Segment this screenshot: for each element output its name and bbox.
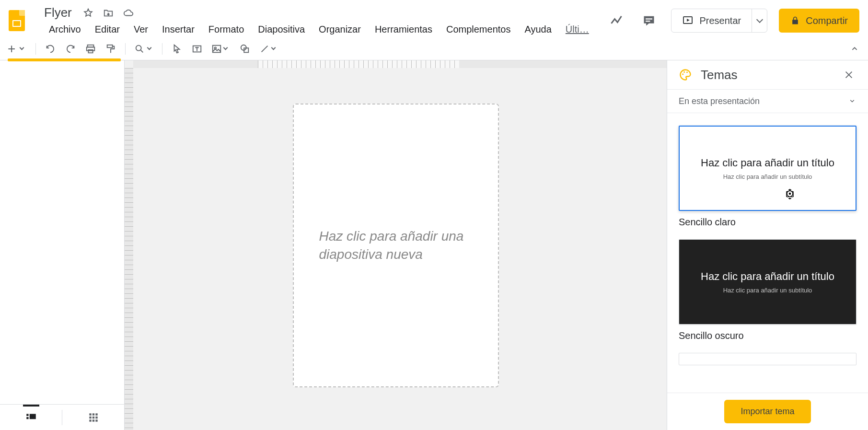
filmstrip-view-button[interactable] (0, 405, 62, 430)
star-icon[interactable] (82, 7, 94, 19)
last-edit-link[interactable]: Últi… (559, 22, 596, 37)
svg-line-13 (262, 46, 268, 52)
svg-rect-6 (107, 45, 113, 47)
svg-rect-18 (92, 413, 94, 415)
image-tool[interactable] (208, 40, 233, 58)
horizontal-ruler (133, 60, 667, 68)
cloud-status-icon[interactable] (123, 7, 134, 19)
canvas[interactable]: Haz clic para añadir una diapositiva nue… (125, 60, 667, 430)
move-folder-icon[interactable] (103, 7, 114, 19)
themes-sidebar: Temas En esta presentación Haz clic para… (667, 60, 868, 430)
print-button[interactable] (82, 40, 99, 58)
title-column: Flyer Archivo Editar Ver Insertar Format… (42, 4, 596, 37)
theme-card-dark[interactable]: Haz clic para añadir un título Haz clic … (679, 239, 856, 325)
app-header: Flyer Archivo Editar Ver Insertar Format… (0, 0, 868, 37)
undo-button[interactable] (42, 40, 59, 58)
close-themes-button[interactable] (841, 67, 856, 82)
present-dropdown[interactable] (752, 9, 767, 32)
grid-view-button[interactable] (62, 405, 124, 430)
svg-rect-25 (95, 419, 97, 421)
svg-rect-24 (92, 419, 94, 421)
theme-label-dark: Sencillo oscuro (679, 330, 856, 341)
svg-rect-1 (646, 21, 650, 22)
share-label: Compartir (806, 15, 848, 26)
theme-card-title: Haz clic para añadir un título (701, 270, 834, 283)
svg-rect-14 (26, 414, 28, 416)
add-slide-placeholder[interactable]: Haz clic para añadir una diapositiva nue… (293, 104, 499, 387)
filmstrip (0, 60, 125, 430)
svg-rect-15 (26, 417, 28, 418)
svg-rect-9 (213, 45, 221, 52)
themes-title: Temas (701, 68, 738, 82)
activity-icon[interactable] (606, 10, 627, 31)
add-slide-text: Haz clic para añadir una diapositiva nue… (319, 227, 473, 264)
menu-edit[interactable]: Editar (88, 22, 127, 37)
view-switcher (0, 404, 124, 430)
theme-card-subtitle: Haz clic para añadir un subtítulo (723, 287, 812, 294)
present-button-group: Presentar (671, 9, 767, 33)
theme-card-light[interactable]: Haz clic para añadir un título Haz clic … (679, 126, 856, 211)
svg-rect-22 (95, 416, 97, 418)
svg-rect-17 (89, 413, 91, 415)
menu-insert[interactable]: Insertar (155, 22, 201, 37)
vertical-ruler (125, 68, 133, 430)
share-button[interactable]: Compartir (779, 9, 859, 33)
present-label: Presentar (699, 15, 741, 26)
header-actions: Presentar Compartir (606, 9, 859, 33)
themes-list[interactable]: Haz clic para añadir un título Haz clic … (667, 113, 868, 393)
select-tool[interactable] (168, 40, 185, 58)
menu-arrange[interactable]: Organizar (312, 22, 368, 37)
svg-rect-20 (89, 416, 91, 418)
collapse-toolbar-button[interactable] (846, 40, 863, 58)
themes-in-presentation-row[interactable]: En esta presentación (667, 89, 868, 113)
selected-thumbnail-indicator (8, 58, 121, 61)
menu-help[interactable]: Ayuda (518, 22, 558, 37)
menu-addons[interactable]: Complementos (440, 22, 518, 37)
themes-row-label: En esta presentación (679, 96, 760, 106)
svg-point-7 (136, 45, 141, 50)
paint-format-button[interactable] (102, 40, 119, 58)
new-slide-button[interactable]: + (5, 40, 30, 58)
menu-format[interactable]: Formato (202, 22, 251, 37)
theme-label-light: Sencillo claro (679, 217, 856, 228)
textbox-tool[interactable] (188, 40, 206, 58)
present-button[interactable]: Presentar (671, 9, 752, 32)
menu-bar: Archivo Editar Ver Insertar Formato Diap… (42, 22, 596, 37)
menu-tools[interactable]: Herramientas (368, 22, 439, 37)
shape-tool[interactable] (236, 40, 254, 58)
menu-file[interactable]: Archivo (42, 22, 88, 37)
menu-view[interactable]: Ver (127, 22, 155, 37)
comments-icon[interactable] (638, 10, 660, 31)
svg-point-26 (682, 73, 683, 75)
svg-rect-21 (92, 416, 94, 418)
svg-rect-16 (29, 414, 35, 419)
menu-slide[interactable]: Diapositiva (251, 22, 312, 37)
import-theme-button[interactable]: Importar tema (724, 400, 810, 423)
theme-card-subtitle: Haz clic para añadir un subtítulo (723, 173, 812, 180)
redo-button[interactable] (62, 40, 79, 58)
toolbar: + (0, 37, 868, 60)
svg-rect-0 (646, 18, 652, 19)
theme-card-peek[interactable] (679, 353, 856, 365)
document-title[interactable]: Flyer (42, 4, 74, 21)
palette-icon (679, 68, 692, 81)
svg-rect-23 (89, 419, 91, 421)
svg-rect-19 (95, 413, 97, 415)
zoom-button[interactable] (131, 40, 156, 58)
theme-card-title: Haz clic para añadir un título (701, 156, 834, 170)
line-tool[interactable] (256, 40, 281, 58)
svg-point-28 (686, 71, 688, 73)
slides-logo[interactable] (9, 10, 30, 31)
svg-point-27 (683, 71, 685, 73)
main-area: Haz clic para añadir una diapositiva nue… (0, 60, 868, 430)
